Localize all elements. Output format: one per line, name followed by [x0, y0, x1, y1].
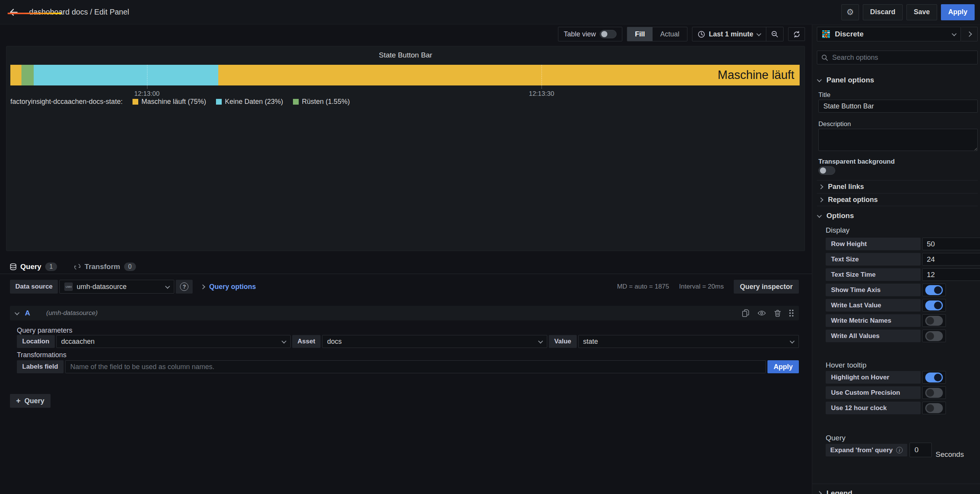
- panel-options-header[interactable]: Panel options: [818, 76, 874, 84]
- option-row-use-12-hour-clock: Use 12 hour clock: [826, 402, 971, 414]
- query-ref-letter: A: [25, 309, 30, 317]
- location-select[interactable]: dccaachen: [56, 335, 291, 348]
- legend-item-r-sten-1-55-[interactable]: Rüsten (1.55%): [293, 98, 350, 106]
- legend-color-chip: [293, 99, 299, 105]
- options-search: [817, 51, 978, 64]
- text-size-input[interactable]: [922, 253, 980, 266]
- value-select[interactable]: state: [578, 335, 799, 348]
- datasource-select[interactable]: UMH umh-datasource: [59, 280, 174, 294]
- labels-field-label: Labels field: [17, 360, 64, 373]
- toggle-viz-pane-button[interactable]: [961, 27, 978, 41]
- back-button[interactable]: [5, 4, 22, 21]
- transparent-background-toggle[interactable]: [818, 166, 835, 175]
- options-sidebar: Discrete Panel options Title Description…: [812, 25, 980, 494]
- add-query-label: Query: [25, 397, 44, 405]
- discrete-viz-icon: [822, 30, 830, 38]
- save-button[interactable]: Save: [906, 4, 937, 20]
- option-label: Row Height: [826, 238, 921, 250]
- add-query-button[interactable]: + Query: [10, 394, 51, 408]
- show-time-axis-toggle[interactable]: [922, 284, 946, 296]
- use-custom-precision-toggle[interactable]: [922, 386, 946, 399]
- use-12-hour-clock-toggle[interactable]: [922, 402, 946, 414]
- datasource-help-button[interactable]: ?: [176, 280, 193, 294]
- visualization-select[interactable]: Discrete: [817, 27, 961, 41]
- query-parameters-row: Location dccaachen Asset docs Value stat…: [17, 335, 799, 348]
- options-search-input[interactable]: [832, 54, 973, 62]
- actual-button[interactable]: Actual: [653, 27, 687, 41]
- settings-button[interactable]: ⚙: [841, 4, 859, 20]
- labels-field-input[interactable]: [65, 360, 766, 373]
- tab-query-badge: 1: [45, 263, 57, 271]
- hide-query-icon[interactable]: [757, 310, 766, 317]
- legend-color-chip: [216, 99, 222, 105]
- discard-button[interactable]: Discard: [863, 4, 903, 20]
- table-view-label: Table view: [564, 30, 596, 38]
- legend-item-maschine-l-uft-75-[interactable]: Maschine läuft (75%): [133, 98, 206, 106]
- datasource-value: umh-datasource: [77, 283, 126, 291]
- state-segment-keine-daten[interactable]: [34, 65, 218, 85]
- tab-transform-badge: 0: [124, 263, 136, 271]
- expand-from-query-input[interactable]: [910, 443, 932, 457]
- value-value: state: [583, 338, 598, 346]
- top-nav: dashoboard docs / Edit Panel ⚙ Discard S…: [0, 0, 980, 25]
- option-label: Write All Values: [826, 330, 921, 342]
- apply-button[interactable]: Apply: [941, 4, 975, 20]
- transparent-background-label: Transparent background: [818, 158, 895, 166]
- state-segment-maschine-l-uft[interactable]: [10, 65, 21, 85]
- options-section-header[interactable]: Options: [818, 212, 854, 220]
- panel-description-textarea[interactable]: [818, 129, 978, 151]
- expand-from-query-suffix: Seconds: [936, 450, 964, 459]
- chevron-right-icon: [818, 197, 823, 202]
- title-field-label: Title: [818, 91, 831, 99]
- legend-section-title: Legend: [826, 489, 852, 494]
- duplicate-query-icon[interactable]: [742, 309, 749, 317]
- state-segment-maschine-l-uft[interactable]: [218, 65, 800, 85]
- tab-transform[interactable]: Transform 0: [70, 260, 140, 274]
- panel-links-section[interactable]: Panel links: [817, 180, 978, 193]
- time-range-picker[interactable]: Last 1 minute: [692, 30, 766, 38]
- drag-handle[interactable]: [789, 310, 793, 317]
- tab-query[interactable]: Query 1: [6, 260, 61, 274]
- option-label: Use Custom Precision: [826, 386, 921, 399]
- write-metric-names-toggle[interactable]: [922, 314, 946, 327]
- transform-apply-button[interactable]: Apply: [767, 360, 799, 373]
- row-height-input[interactable]: [922, 238, 980, 250]
- hover-tooltip-subtitle: Hover tooltip: [826, 361, 867, 369]
- query-inspector-button[interactable]: Query inspector: [734, 280, 799, 294]
- option-row-text-size: Text Size: [826, 253, 971, 266]
- fill-button[interactable]: Fill: [627, 27, 653, 41]
- zoom-out-button[interactable]: [766, 27, 783, 41]
- refresh-button[interactable]: [788, 27, 805, 41]
- chart-area: Maschine läuft factoryinsight-dccaachen-…: [10, 65, 800, 130]
- asset-select[interactable]: docs: [322, 335, 547, 348]
- table-view-group: Table view: [558, 27, 622, 41]
- highlight-on-hover-toggle[interactable]: [922, 371, 946, 384]
- query-editor-tabs: Query 1 Transform 0: [0, 260, 812, 274]
- chevron-down-icon: [817, 213, 822, 218]
- query-options-toggle[interactable]: Query options: [201, 283, 256, 291]
- display-subtitle: Display: [826, 226, 849, 235]
- legend-label: Keine Daten (23%): [225, 98, 283, 106]
- table-view-toggle[interactable]: [600, 30, 617, 38]
- state-bar[interactable]: Maschine läuft: [10, 65, 800, 85]
- write-all-values-toggle[interactable]: [922, 330, 946, 342]
- panel-toolbar: Table view Fill Actual Last 1 minute: [558, 27, 805, 41]
- panel-title-input[interactable]: [818, 100, 978, 113]
- write-last-value-toggle[interactable]: [922, 299, 946, 312]
- current-state-label: Maschine läuft: [718, 65, 794, 85]
- collapse-query-icon[interactable]: [15, 310, 20, 315]
- state-segment-r-sten[interactable]: [21, 65, 34, 85]
- location-label: Location: [17, 335, 55, 348]
- chevron-down-icon: [538, 338, 543, 343]
- text-size-time-input[interactable]: [922, 268, 980, 281]
- option-label: Use 12 hour clock: [826, 402, 921, 414]
- query-row-header[interactable]: A (umh-datasource): [10, 306, 799, 320]
- location-value: dccaachen: [61, 338, 95, 346]
- legend-section-header[interactable]: Legend: [818, 489, 852, 494]
- repeat-options-section[interactable]: Repeat options: [817, 193, 978, 206]
- chevron-down-icon: [281, 338, 286, 343]
- info-icon: i: [896, 447, 903, 453]
- delete-query-icon[interactable]: [774, 310, 781, 317]
- legend-item-keine-daten-23-[interactable]: Keine Daten (23%): [216, 98, 283, 106]
- gear-icon: ⚙: [846, 7, 854, 17]
